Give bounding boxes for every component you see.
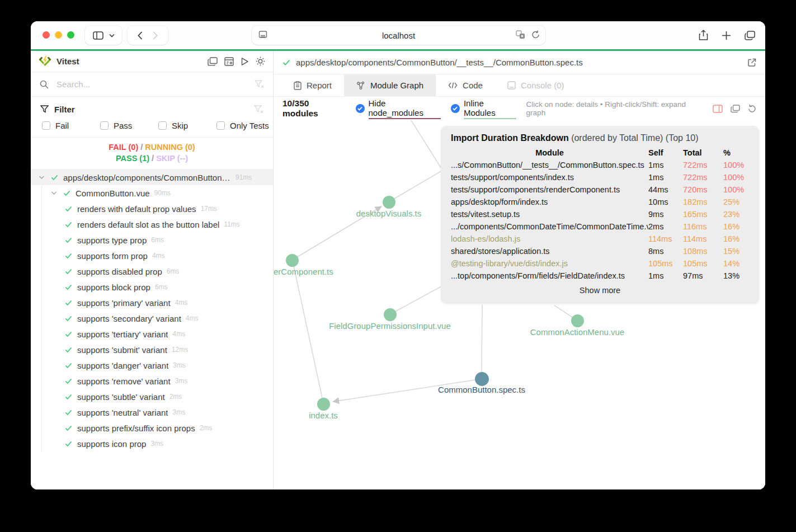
reload-icon[interactable] (531, 30, 540, 39)
share-icon[interactable] (699, 30, 708, 41)
test-case-row[interactable]: supports block prop 6ms (31, 279, 273, 295)
graph-node-label[interactable]: index.ts (309, 411, 338, 420)
test-case-row[interactable]: supports type prop 6ms (31, 232, 273, 248)
address-bar[interactable]: localhost (252, 26, 545, 45)
hide-node-modules-checkbox[interactable]: Hide node_modules (356, 98, 441, 119)
graph-node[interactable] (571, 314, 584, 327)
minimize-window-button[interactable] (55, 31, 62, 39)
test-case-row[interactable]: supports icon prop 3ms (31, 436, 273, 451)
report-overview-icon[interactable] (224, 57, 234, 66)
test-case-row[interactable]: renders with default prop values 17ms (31, 201, 273, 216)
chevron-down-icon[interactable] (51, 191, 57, 195)
test-case-row[interactable]: supports 'submit' variant 12ms (31, 342, 273, 357)
theme-toggle-icon[interactable] (256, 57, 265, 66)
test-case-row[interactable]: supports 'danger' variant 3ms (31, 357, 273, 373)
graph-node-label[interactable]: CommonButton.spec.ts (438, 385, 525, 394)
back-button[interactable] (138, 31, 143, 40)
graph-node-label[interactable]: desktopVisuals.ts (356, 209, 421, 218)
open-external-icon[interactable] (747, 58, 756, 67)
total-time: 116ms (683, 220, 723, 233)
duration-table-row[interactable]: apps/desktop/form/index.ts 10ms 182ms 25… (451, 196, 749, 208)
filter-funnel-icon (40, 105, 49, 113)
show-more-button[interactable]: Show more (451, 286, 749, 295)
clear-search-filter-icon[interactable] (255, 80, 264, 88)
forward-button[interactable] (153, 31, 158, 40)
duration-table-row[interactable]: @testing-library/vue/dist/index.js 105ms… (451, 257, 749, 270)
checkbox-unchecked-icon[interactable] (100, 121, 109, 130)
chevron-down-icon (109, 34, 115, 37)
duration-table-row[interactable]: tests/support/components/renderComponent… (451, 183, 749, 196)
test-case-row[interactable]: supports 'secondary' variant 4ms (31, 310, 273, 326)
filter-label: Filter (54, 105, 254, 114)
duration-table-row[interactable]: .../components/CommonDateTime/CommonDate… (451, 220, 749, 233)
test-case-name: renders with default prop values (77, 204, 196, 214)
translate-icon[interactable] (516, 30, 526, 39)
test-suite-row[interactable]: CommonButton.vue 90ms (31, 185, 273, 201)
duration-table-row[interactable]: ...s/CommonButton/__tests__/CommonButton… (451, 159, 749, 171)
sidebar-toggle-control[interactable] (85, 26, 122, 45)
graph-node[interactable] (317, 398, 330, 411)
inline-modules-checkbox[interactable]: Inline Modules (451, 98, 516, 119)
test-case-name: renders default slot as the button label (77, 220, 219, 229)
test-case-row[interactable]: supports 'primary' variant 4ms (31, 295, 273, 310)
tab-code[interactable]: Code (436, 74, 495, 96)
test-file-row[interactable]: apps/desktop/components/CommonButton/_… … (31, 170, 273, 185)
pass-check-icon (65, 409, 72, 416)
module-graph-canvas[interactable]: desktopVisuals.ts erComponent.ts FieldGr… (274, 120, 765, 489)
new-tab-icon[interactable] (722, 31, 731, 40)
graph-node-label[interactable]: erComponent.ts (274, 267, 333, 276)
close-window-button[interactable] (43, 31, 50, 39)
self-time: 2ms (648, 220, 683, 233)
filter-checkbox-option[interactable]: Only Tests (216, 121, 274, 130)
duration-table-row[interactable]: ...top/components/Form/fields/FieldDate/… (451, 270, 749, 282)
stacked-windows-icon[interactable] (731, 105, 740, 113)
filter-section: Filter Fail Pass (31, 97, 273, 138)
test-case-row[interactable]: renders default slot as the button label… (31, 216, 273, 232)
run-all-icon[interactable] (241, 57, 249, 66)
test-case-time: 3ms (150, 440, 163, 448)
test-case-row[interactable]: supports 'neutral' variant 3ms (31, 404, 273, 420)
filter-checkbox-option[interactable]: Pass (100, 121, 158, 130)
chevron-down-icon[interactable] (39, 175, 45, 180)
search-input[interactable] (55, 79, 255, 90)
checkbox-unchecked-icon[interactable] (216, 121, 225, 130)
duration-table-row[interactable]: tests/support/components/index.ts 1ms 72… (451, 171, 749, 183)
test-case-name: supports 'secondary' variant (77, 314, 181, 323)
graph-node-label[interactable]: FieldGroupPermissionsInput.vue (329, 321, 451, 331)
duration-table-row[interactable]: tests/vitest.setup.ts 9ms 165ms 23% (451, 208, 749, 220)
test-case-row[interactable]: supports form prop 4ms (31, 248, 273, 263)
url-text: localhost (252, 31, 545, 40)
duration-breakdown-toggle-icon[interactable] (713, 105, 723, 113)
dashboard-windows-icon[interactable] (208, 57, 218, 66)
test-case-row[interactable]: supports prefix/suffix icon props 2ms (31, 420, 273, 436)
duration-table-row[interactable]: lodash-es/lodash.js 114ms 114ms 16% (451, 233, 749, 245)
test-case-row[interactable]: supports 'subtle' variant 2ms (31, 389, 273, 404)
test-case-row[interactable]: supports 'tertiary' variant 4ms (31, 326, 273, 342)
pass-check-icon (65, 300, 72, 306)
test-case-time: 12ms (172, 346, 188, 354)
tab-module-graph[interactable]: Module Graph (344, 74, 436, 96)
clear-filter-icon[interactable] (254, 105, 263, 114)
checkbox-unchecked-icon[interactable] (158, 121, 167, 130)
test-case-row[interactable]: supports 'remove' variant 3ms (31, 373, 273, 389)
graph-node-active[interactable] (475, 372, 489, 386)
reset-graph-icon[interactable] (748, 104, 756, 113)
graph-node[interactable] (383, 196, 395, 209)
graph-node-label[interactable]: CommonActionMenu.vue (530, 327, 624, 337)
tab-console[interactable]: Console (0) (495, 74, 577, 96)
tab-overview-icon[interactable] (745, 31, 755, 40)
tab-report[interactable]: Report (281, 74, 344, 96)
tree-indent-guide (41, 185, 42, 451)
graph-node[interactable] (384, 308, 397, 321)
filter-checkbox-option[interactable]: Fail (42, 121, 100, 130)
graph-node[interactable] (286, 254, 299, 267)
filter-checkbox-option[interactable]: Skip (158, 121, 216, 130)
total-time: 97ms (683, 270, 723, 282)
duration-table-row[interactable]: shared/stores/application.ts 8ms 108ms 1… (451, 245, 749, 257)
test-case-row[interactable]: supports disabled prop 6ms (31, 263, 273, 279)
pass-count: PASS (1) (116, 154, 149, 163)
test-case-name: supports 'danger' variant (77, 361, 168, 370)
vitest-sidebar: Vitest (31, 51, 274, 489)
zoom-window-button[interactable] (67, 31, 74, 39)
checkbox-unchecked-icon[interactable] (42, 121, 50, 130)
